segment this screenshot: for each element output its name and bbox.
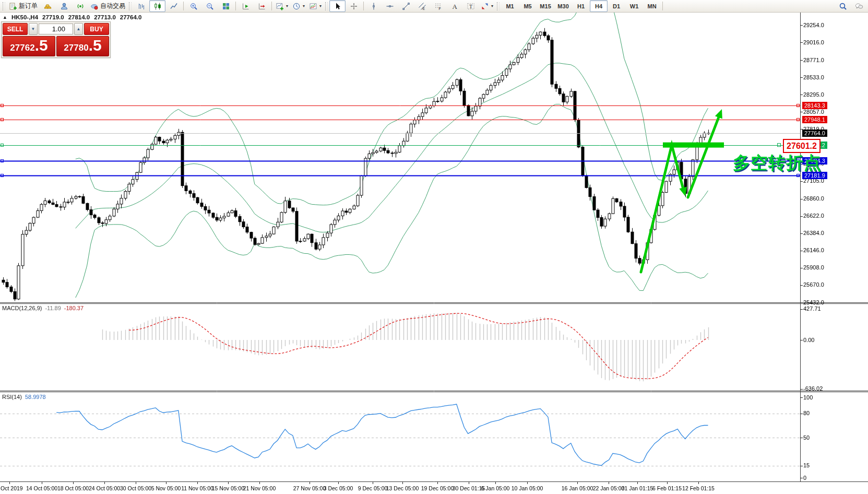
timeframe-m15-label: M15 [540,3,551,9]
arrows-button[interactable]: ▾ [479,0,495,12]
fibonacci-button[interactable]: F [430,0,446,12]
autotrade-icon [90,2,99,10]
trendline-button[interactable] [398,0,414,12]
new-order-button[interactable]: 新订单 [7,0,40,12]
rsi-indicator-label: RSI(14)58.9978 [2,394,46,400]
line-chart-button[interactable] [165,0,182,12]
buy-button[interactable]: BUY [84,23,109,35]
candlestick-chart-button[interactable] [149,0,165,12]
turning-point-label[interactable]: 多空转折点 [733,151,822,175]
buy-price-panel[interactable]: 27780 .5 [56,36,109,56]
buy-price-fraction: .5 [89,37,102,54]
sell-price-panel[interactable]: 27762 .5 [3,36,55,56]
signal-button[interactable] [72,0,88,12]
timeframe-m30-label: M30 [557,3,568,9]
timeframe-m15[interactable]: M15 [537,0,554,12]
sell-button[interactable]: SELL [3,23,28,35]
dropdown-caret-icon: ▾ [319,4,322,8]
hline-icon [386,2,394,10]
buy-price-main: 27780 [64,38,88,57]
price-axis-tick: 28057.0 [803,109,824,115]
dropdown-caret-icon: ▾ [286,4,288,8]
text-button[interactable]: A [446,0,462,12]
zoom-in-button[interactable] [185,0,201,12]
svg-text:F: F [438,7,441,10]
zoom-out-button[interactable] [201,0,218,12]
sell-price-main: 27762 [10,38,34,57]
equidistant-channel-button[interactable]: E [414,0,430,12]
timeframe-m5[interactable]: M5 [519,0,537,12]
timeframe-w1[interactable]: W1 [625,0,643,12]
price-axis-tick: 29016.0 [803,39,824,45]
price-axis-tick: 26384.0 [803,230,824,236]
cursor-icon [334,2,342,10]
trendline-icon [402,2,410,10]
chart-shift-button[interactable] [254,0,270,12]
timeframe-mn[interactable]: MN [643,0,661,12]
signal-icon [76,2,85,10]
crosshair-icon [350,2,358,10]
templates-button[interactable]: ▾ [307,0,324,12]
time-axis-label: 30 Oct 05:00 [120,485,151,491]
cursor-button[interactable] [329,0,346,12]
search-button[interactable] [835,1,851,13]
price-axis-tick: 26860.0 [803,195,824,202]
volume-increase-button[interactable]: ▲ [74,23,83,35]
tile-windows-icon [222,2,230,10]
timeframe-h4[interactable]: H4 [590,0,608,12]
timeframe-w1-label: W1 [630,3,639,9]
new-order-icon [9,2,17,10]
svg-text:E: E [422,6,425,10]
auto-scroll-button[interactable] [237,0,254,12]
channel-icon: E [418,2,426,10]
horizontal-line-button[interactable] [382,0,398,12]
collapse-widget-arrow-icon[interactable]: ▲ [3,15,7,20]
text-label-button[interactable]: T [462,0,479,12]
time-axis-label: 3 Dec 05:00 [324,485,353,491]
time-axis-label: 30 Dec 01:15 [453,485,485,491]
auto-trading-button-label: 自动交易 [100,2,125,10]
bar-chart-button[interactable] [133,0,149,12]
trading-platform-window: 新订单自动交易▾▾▾EFAT▾M1M5M15M30H1H4D1W1MN ▲ HK… [0,0,868,494]
price-tag-annotation[interactable]: 27601.2 [783,139,821,153]
auto-scroll-icon [242,2,250,10]
timeframe-d1-label: D1 [613,3,620,9]
bar-close-value: 27764.0 [120,14,142,20]
price-axis-tick: 25670.0 [803,281,824,288]
crosshair-button[interactable] [346,0,362,12]
tile-windows-button[interactable] [218,0,234,12]
new-order-button-label: 新订单 [19,2,38,10]
timeframe-m30[interactable]: M30 [554,0,572,12]
gold-button[interactable] [40,0,56,12]
chart-canvas[interactable] [0,0,868,494]
time-axis-label: 15 Nov 05:00 [212,485,244,491]
macd-axis-label: -636.02 [803,385,823,392]
price-axis-tick: 28533.0 [803,74,824,80]
volume-input[interactable]: 1.00 [39,23,73,34]
time-axis-label: 11 Nov 05:00 [181,485,213,491]
add-indicator-button[interactable]: ▾ [274,0,290,12]
timeframe-h1[interactable]: H1 [572,0,590,12]
profile-button[interactable] [56,0,72,12]
text-icon: A [450,2,459,10]
price-axis-tick: 28771.0 [803,57,824,63]
price-level-badge: 27948.1 [802,116,827,123]
symbol-bar: ▲ HK50-,H4 27719.0 27814.0 27713.0 27764… [3,14,141,20]
price-axis-tick: 25908.0 [803,264,824,270]
macd-indicator-label: MACD(12,26,9)-11.89-180.37 [2,305,84,311]
timeframe-m1[interactable]: M1 [501,0,519,12]
chat-button[interactable] [851,1,867,13]
profile-icon [60,2,68,10]
dropdown-caret-icon: ▾ [491,4,493,8]
zoom-out-icon [206,2,214,10]
volume-decrease-button[interactable]: ▼ [29,23,38,35]
timeframe-d1[interactable]: D1 [608,0,625,12]
auto-trading-button[interactable]: 自动交易 [88,0,127,12]
time-axis-label: 8 Oct 2019 [0,485,23,491]
time-axis-label: 27 Nov 05:00 [293,485,326,491]
time-axis-label: 14 Oct 05:00 [26,485,57,491]
one-click-trading-widget: SELL ▼ 1.00 ▲ BUY 27762 .5 27780 .5 [1,21,111,58]
vertical-line-button[interactable] [365,0,382,12]
periods-button[interactable]: ▾ [290,0,307,12]
toolbar-separator [183,2,184,10]
